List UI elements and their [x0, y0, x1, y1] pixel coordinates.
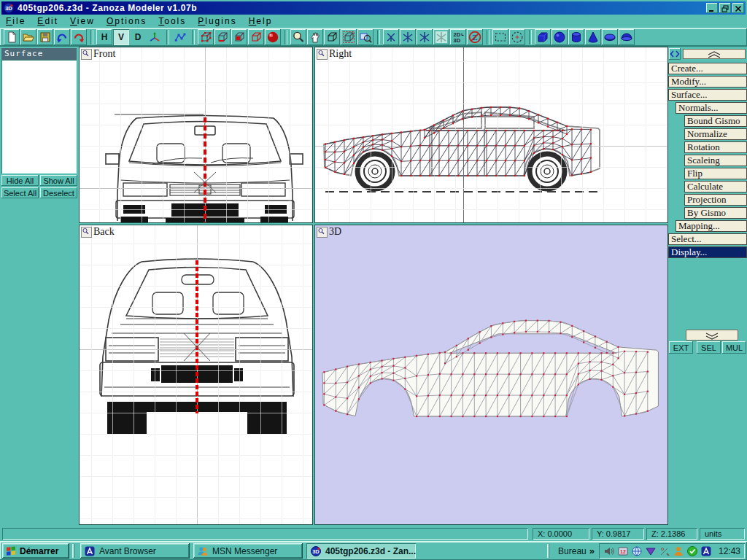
viewport-zoom-button[interactable]	[317, 49, 328, 60]
axis-star-c-button[interactable]	[417, 29, 433, 45]
select-rectangle-button[interactable]	[492, 29, 508, 45]
restore-button[interactable]	[719, 3, 731, 13]
z-lock-disabled-button[interactable]: Z	[467, 29, 483, 45]
sidebar-item-surface[interactable]: Surface...	[668, 89, 747, 101]
render-sphere-button[interactable]	[265, 29, 281, 45]
undo-arrow-button[interactable]	[54, 29, 70, 45]
prim-hemisphere-button[interactable]	[619, 29, 635, 45]
viewport-zoom-button[interactable]	[81, 227, 92, 238]
sidebar-item-display[interactable]: Display...	[668, 246, 747, 258]
toggle-v-button[interactable]: V	[113, 29, 129, 45]
sidebar-item-mapping[interactable]: Mapping...	[676, 220, 747, 232]
sidebar-item-normals[interactable]: Normals...	[676, 102, 747, 114]
sel-mode-button[interactable]: SEL	[697, 341, 721, 354]
tools-icon[interactable]	[659, 545, 670, 557]
menu-view[interactable]: View	[70, 16, 95, 26]
sidebar-item-create[interactable]: Create...	[668, 63, 747, 74]
menu-tools[interactable]: Tools	[158, 16, 186, 26]
ext-mode-button[interactable]: EXT	[669, 341, 693, 354]
select-cube-button[interactable]	[341, 29, 357, 45]
pan-hand-button[interactable]	[307, 29, 323, 45]
view-cube-button[interactable]	[324, 29, 340, 45]
antivirus-ok-icon[interactable]	[686, 545, 698, 557]
new-file-button[interactable]	[4, 29, 20, 45]
sidebar-expand-button[interactable]	[686, 330, 738, 341]
redo-arrow-button[interactable]	[71, 29, 87, 45]
close-button[interactable]	[732, 3, 744, 13]
axis-star-b-button[interactable]	[400, 29, 416, 45]
edit-polyline-button[interactable]	[172, 29, 188, 45]
mode-2d3d-button[interactable]: 2D3D	[450, 29, 466, 45]
msn-alert-icon[interactable]	[645, 545, 657, 557]
menu-file[interactable]: File	[6, 16, 26, 26]
prim-cylinder-button[interactable]	[568, 29, 584, 45]
viewport-right[interactable]: Right	[314, 47, 668, 223]
right-view-mesh	[315, 47, 668, 223]
sidebar-item-rotation[interactable]: Rotation	[684, 141, 747, 153]
cube-edges-button[interactable]	[214, 29, 231, 45]
prim-cone-button[interactable]	[585, 29, 601, 45]
minimize-button[interactable]	[706, 3, 718, 13]
task-button-msn-messenger[interactable]: MSN Messenger	[193, 543, 303, 559]
cube-vertices-button[interactable]	[198, 29, 214, 45]
sidebar-item-by-gismo[interactable]: By Gismo	[684, 207, 747, 219]
sidebar-item-normalize[interactable]: Normalize	[684, 128, 747, 140]
network-globe-icon[interactable]	[631, 545, 643, 557]
select-all-button[interactable]: Select All	[1, 187, 39, 198]
viewport-zoom-button[interactable]	[317, 227, 328, 238]
sidebar-collapse-button[interactable]	[683, 49, 746, 59]
viewport-label-back: Back	[93, 226, 115, 238]
sidebar-toggle-button[interactable]	[669, 48, 681, 60]
viewport-front[interactable]: Front	[79, 47, 313, 223]
messenger-buddy-icon[interactable]	[673, 545, 684, 557]
menu-options[interactable]: Options	[107, 16, 147, 26]
mul-mode-button[interactable]: MUL	[722, 341, 746, 354]
menu-edit[interactable]: Edit	[37, 16, 58, 26]
surface-panel-header: Surface	[1, 48, 77, 60]
sidebar-item-bound-gismo[interactable]: Bound Gismo	[684, 115, 747, 127]
prim-sphere-button[interactable]	[551, 29, 568, 45]
viewport-zoom-button[interactable]	[81, 49, 92, 60]
toggle-d-button[interactable]: D	[130, 29, 146, 45]
menu-plugins[interactable]: Plugins	[198, 16, 236, 26]
sidebar-item-flip[interactable]: Flip	[684, 168, 747, 179]
sidebar-item-scaleing[interactable]: Scaleing	[684, 155, 747, 166]
toggle-h-button[interactable]: H	[96, 29, 112, 45]
cube-faces-button[interactable]	[231, 29, 247, 45]
zoom-region-button[interactable]	[357, 29, 374, 45]
toolbar-overflow-chevron[interactable]: »	[589, 545, 595, 556]
command-sidebar: Create...Modify...Surface...Normals...Bo…	[668, 47, 747, 526]
scheduler-icon[interactable]: 12	[617, 545, 629, 557]
avant-icon[interactable]	[700, 545, 712, 557]
prim-disc-button[interactable]	[602, 29, 618, 45]
menu-help[interactable]: Help	[249, 16, 273, 26]
task-button-avant-browser[interactable]: Avant Browser	[80, 543, 190, 559]
volume-icon[interactable]	[603, 545, 615, 557]
taskbar-divider	[72, 544, 77, 558]
viewport-label-front: Front	[93, 48, 115, 60]
prim-box-button[interactable]	[535, 29, 551, 45]
sidebar-item-projection[interactable]: Projection	[684, 194, 747, 206]
z-lock-disabled-icon: Z	[468, 31, 481, 44]
start-button[interactable]: Démarrer	[2, 543, 69, 559]
sidebar-item-modify[interactable]: Modify...	[668, 76, 747, 88]
task-button-405tgp206-z3d-zan[interactable]: 3D405tgp206.z3d - Zan...	[306, 543, 416, 559]
surface-list[interactable]	[1, 60, 77, 174]
cube-vertices-icon	[199, 31, 212, 44]
viewport-3d[interactable]: 3D	[314, 225, 668, 525]
hide-all-button[interactable]: Hide All	[1, 175, 39, 186]
save-floppy-button[interactable]	[37, 29, 53, 45]
axis-star-a-button[interactable]	[383, 29, 399, 45]
show-all-button[interactable]: Show All	[40, 175, 77, 186]
sidebar-item-calculate[interactable]: Calculate	[684, 181, 747, 192]
render-sphere-icon	[266, 31, 279, 44]
sidebar-item-select[interactable]: Select...	[668, 233, 747, 245]
axis-star-disabled-button[interactable]	[433, 29, 449, 45]
deselect-button[interactable]: Deselect	[40, 187, 77, 198]
zoom-magnifier-button[interactable]	[290, 29, 306, 45]
open-folder-button[interactable]	[20, 29, 36, 45]
axis-xyz-button[interactable]	[147, 29, 163, 45]
viewport-back[interactable]: Back	[79, 225, 313, 525]
select-circle-button[interactable]	[509, 29, 525, 45]
cube-objects-button[interactable]	[248, 29, 264, 45]
